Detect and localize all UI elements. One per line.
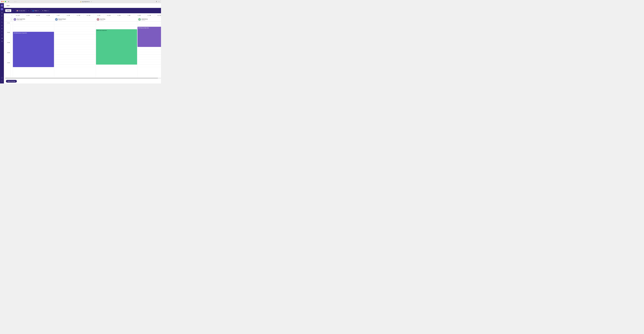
calendar-icon: 📅: [16, 10, 18, 11]
time-gutter-slot-0915: [4, 24, 10, 27]
day-col-Tue21[interactable]: Tue 21: [94, 13, 104, 17]
day-label: Tue 21: [97, 15, 100, 16]
day-label: Mon 27: [158, 15, 161, 16]
grid-scroll[interactable]: #33 Maintenance Inspection#38 F-Gas Insp…: [13, 24, 161, 78]
sidebar-item-copy[interactable]: ⧉: [0, 40, 3, 43]
show-full-day-button[interactable]: Show Full Day: [6, 80, 17, 83]
slot-2-0: [96, 24, 137, 27]
traffic-light-red[interactable]: [1, 1, 2, 2]
day-num: 27: [160, 15, 161, 16]
grid-col-0: #33 Maintenance Inspection: [13, 24, 54, 78]
day-col-Mon27[interactable]: Mon 27: [154, 13, 161, 17]
person-name-0: Amy Leigh Keller: [17, 18, 25, 19]
sidebar-item-plus-circle[interactable]: ⊕: [0, 27, 3, 30]
sidebar-item-clock[interactable]: ◷: [0, 11, 3, 14]
sidebar-logo: k: [1, 4, 3, 7]
day-col-Sat18[interactable]: Sat 18: [63, 13, 73, 17]
back-nav-icon[interactable]: ‹: [14, 1, 15, 2]
share-icon[interactable]: ⬆: [156, 1, 157, 2]
person-info-1: Braxton Rogers Engineer: [58, 18, 66, 20]
today-button[interactable]: Today: [5, 9, 11, 12]
grid-col-1: [54, 24, 96, 78]
slot-0-0: [13, 24, 54, 27]
sidebar-item-grid[interactable]: ⊞: [0, 14, 3, 17]
time-gutter-slot-1000: 10:00: [4, 32, 10, 34]
person-col-0: A Amy Leigh Keller Team Leader: [13, 17, 54, 21]
day-col-Tue14[interactable]: Tue 14: [23, 13, 33, 17]
day-col-Mon13[interactable]: Mon 13: [13, 13, 23, 17]
slot-1-5: [54, 37, 96, 39]
slot-1-13: [54, 57, 96, 59]
day-label: Sat 18: [67, 15, 70, 16]
sidebar-toggle-icon[interactable]: ⊞: [8, 1, 9, 2]
day-label: Sun 26: [147, 15, 151, 16]
sidebar-item-menu[interactable]: ≡: [0, 30, 3, 33]
sidebar-item-circle[interactable]: ◯: [0, 76, 3, 79]
day-num: 18: [68, 15, 70, 16]
back-button[interactable]: ‹ Back: [6, 5, 10, 6]
day-num: 14: [28, 15, 30, 16]
time-gutter-slot-1230: [4, 57, 10, 59]
allday-col-2: [96, 22, 137, 24]
sidebar-item-pencil[interactable]: ✏: [0, 80, 3, 83]
person-cols: A Amy Leigh Keller Team Leader B Braxton…: [13, 17, 161, 21]
slot-3-10: [137, 49, 161, 52]
sidebar-item-edit[interactable]: ✎: [0, 21, 3, 23]
forward-nav-icon[interactable]: ›: [16, 1, 16, 2]
event-38[interactable]: #38 F-Gas Inspection: [96, 29, 137, 65]
slot-3-11: [137, 52, 161, 54]
grid-inner: #33 Maintenance Inspection#38 F-Gas Insp…: [13, 24, 161, 78]
day-num: 21: [99, 15, 100, 16]
person-avatar-0: A: [14, 18, 16, 21]
day-col-Sun26[interactable]: Sun 26: [144, 13, 154, 17]
back-label: Back: [7, 5, 10, 6]
day-col-Wed15[interactable]: Wed 15: [33, 13, 43, 17]
time-gutter-header: [4, 13, 10, 17]
slot-0-1: [13, 27, 54, 29]
sidebar-add-button[interactable]: ＋: [1, 8, 3, 10]
days-prev-button[interactable]: ‹: [10, 13, 13, 17]
person-prev-button[interactable]: ‹: [10, 17, 13, 21]
day-col-Fri24[interactable]: Fri 24: [124, 13, 134, 17]
sidebar-item-target[interactable]: ◎: [0, 24, 3, 27]
new-tab-icon[interactable]: ＋: [158, 1, 160, 2]
person-col-3: C Colin Kinney Engineer: [137, 17, 161, 21]
day-col-Sun19[interactable]: Sun 19: [73, 13, 83, 17]
date-picker-button[interactable]: 📅 01 July 2022: [15, 9, 26, 12]
team-label: Team: [34, 10, 37, 11]
person-role-1: Engineer: [58, 19, 66, 20]
event-33[interactable]: #33 Maintenance Inspection: [13, 32, 54, 67]
url-bar[interactable]: 🔒 app.klipboard.io ↺: [17, 1, 155, 2]
sidebar-item-plane[interactable]: ✈: [0, 33, 3, 36]
day-num: 19: [79, 15, 80, 16]
sidebar-item-timer[interactable]: ◑: [0, 37, 3, 39]
day-label: Thu 16: [46, 15, 50, 16]
person-name-2: Carol Tang: [100, 18, 105, 19]
day-col-Wed22[interactable]: Wed 22: [104, 13, 114, 17]
prev-date-button[interactable]: ‹: [12, 9, 14, 12]
day-col-Sat25[interactable]: Sat 25: [134, 13, 144, 17]
allday-col-1: [54, 22, 96, 24]
traffic-light-yellow[interactable]: [3, 1, 4, 2]
day-col-Mon20[interactable]: Mon 20: [83, 13, 94, 17]
day-col-Thu23[interactable]: Thu 23: [114, 13, 124, 17]
sidebar-item-hex[interactable]: ⬡: [0, 17, 3, 20]
team-filter-button[interactable]: 👥 Team ▾: [31, 9, 40, 12]
filters-button[interactable]: ▼ Filters ▾: [41, 9, 50, 12]
day-col-Thu16[interactable]: Thu 16: [43, 13, 53, 17]
time-gutter-slot-1200: 12:00: [4, 52, 10, 54]
day-col-Fri17[interactable]: Fri 17: [53, 13, 63, 17]
day-num: 23: [119, 15, 120, 16]
slot-1-16: [54, 65, 96, 67]
person-info-3: Colin Kinney Engineer: [142, 18, 148, 20]
slot-2-1: [96, 27, 137, 29]
slot-1-12: [54, 54, 96, 57]
grid-col-3: #39 Polycon Main Site: [137, 24, 161, 78]
time-gutter-slot-1045: [4, 39, 10, 42]
horizontal-scrollbar[interactable]: [5, 78, 161, 79]
scroll-thumb[interactable]: [5, 78, 158, 79]
next-date-button[interactable]: ›: [28, 9, 29, 12]
event-39[interactable]: #39 Polycon Main Site: [138, 27, 161, 47]
time-gutter-slot-1115: [4, 44, 10, 47]
traffic-light-green[interactable]: [5, 1, 6, 2]
